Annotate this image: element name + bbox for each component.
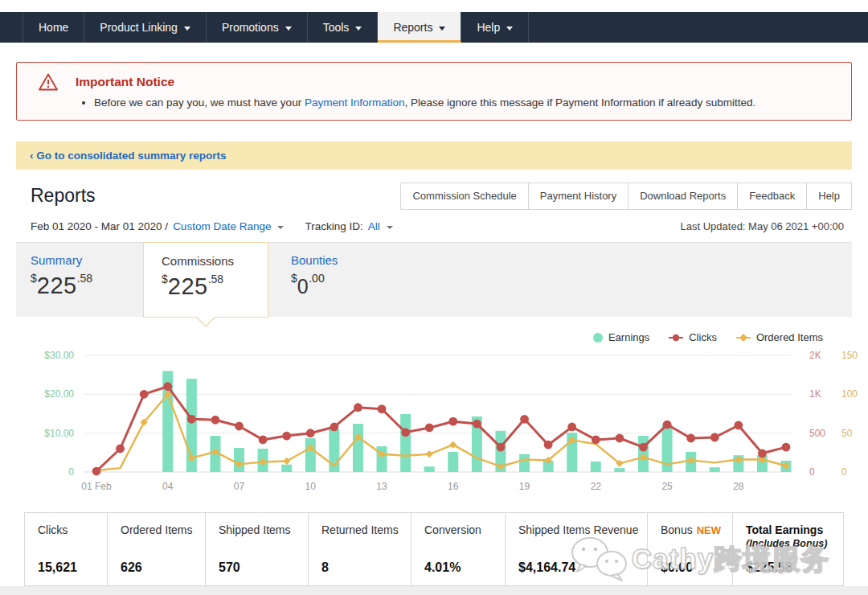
stat-label: Shipped Items xyxy=(219,523,303,536)
main-navbar: Home Product Linking Promotions Tools Re… xyxy=(0,12,868,43)
tab-commission-schedule[interactable]: Commission Schedule xyxy=(400,183,528,210)
tab-download-reports[interactable]: Download Reports xyxy=(628,183,738,210)
card-summary-value: $225.58 xyxy=(31,272,143,299)
svg-text:50: 50 xyxy=(841,428,853,439)
caret-down-icon xyxy=(355,27,362,31)
earnings-clicks-chart[interactable]: $30.002K150$20.001K100$10.005005000001 F… xyxy=(16,343,868,501)
svg-text:10: 10 xyxy=(305,481,317,492)
dollars: 0 xyxy=(297,275,309,298)
nav-item-label: Product Linking xyxy=(100,21,178,34)
nav-item-label: Reports xyxy=(393,21,432,34)
card-summary[interactable]: Summary $225.58 xyxy=(16,243,143,317)
consolidated-summary-bar: ‹ Go to consolidated summary reports xyxy=(16,142,852,170)
svg-text:13: 13 xyxy=(376,481,387,492)
bonus-label: Bonus xyxy=(661,523,693,536)
filter-row: Feb 01 2020 - Mar 01 2020 / Custom Date … xyxy=(16,210,852,242)
tracking-id-label: Tracking ID: xyxy=(305,220,362,232)
nav-item-label: Tools xyxy=(323,21,350,34)
legend-label: Clicks xyxy=(689,331,717,343)
svg-text:07: 07 xyxy=(234,481,245,492)
svg-text:0: 0 xyxy=(841,466,847,478)
ordered-items-marker-icon xyxy=(736,333,751,343)
tab-feedback[interactable]: Feedback xyxy=(738,183,807,210)
nav-item-product-linking[interactable]: Product Linking xyxy=(84,12,207,43)
new-badge: NEW xyxy=(697,524,721,536)
reports-panel: Reports Commission Schedule Payment Hist… xyxy=(16,183,852,504)
nav-item-promotions[interactable]: Promotions xyxy=(207,12,308,43)
stat-label: Returned Items xyxy=(321,523,406,536)
nav-item-label: Home xyxy=(39,21,68,34)
currency-sign: $ xyxy=(31,272,37,285)
nav-item-tools[interactable]: Tools xyxy=(308,12,379,43)
notice-bullet: Before we can pay you, we must have your… xyxy=(94,96,835,109)
nav-item-home[interactable]: Home xyxy=(23,12,84,43)
date-range-text: Feb 01 2020 - Mar 01 2020 / xyxy=(31,220,168,232)
card-commissions-label: Commissions xyxy=(162,254,268,268)
stat-returned-items: Returned Items 8 xyxy=(309,513,411,585)
svg-text:$10.00: $10.00 xyxy=(44,428,74,439)
notice-bullet-list: Before we can pay you, we must have your… xyxy=(83,96,835,109)
nav-item-label: Help xyxy=(477,21,500,34)
caret-down-icon xyxy=(285,27,292,31)
svg-text:1K: 1K xyxy=(809,388,821,400)
svg-text:16: 16 xyxy=(448,481,459,492)
caret-down-icon xyxy=(506,27,513,31)
svg-text:0: 0 xyxy=(809,466,815,478)
cents: .58 xyxy=(208,273,223,285)
earnings-cards-strip: Summary $225.58 Commissions $225.58 Boun… xyxy=(16,242,852,317)
important-notice-banner: Important Notice Before we can pay you, … xyxy=(16,62,852,121)
legend-earnings[interactable]: Earnings xyxy=(593,331,649,343)
card-commissions-active[interactable]: Commissions $225.58 xyxy=(143,242,268,318)
report-tabs: Commission Schedule Payment History Down… xyxy=(400,183,852,210)
cents: .00 xyxy=(309,272,324,285)
cents: .58 xyxy=(77,272,92,285)
nav-item-reports[interactable]: Reports xyxy=(378,12,461,43)
notice-text-post: , Please ignore this message if Payment … xyxy=(404,96,755,109)
stat-value: $225.58 xyxy=(746,560,838,575)
stat-label: Shipped Items Revenue xyxy=(518,523,642,536)
card-bounties-label[interactable]: Bounties xyxy=(291,253,395,267)
legend-ordered-items[interactable]: Ordered Items xyxy=(736,331,823,343)
stat-value: 570 xyxy=(219,560,303,575)
stat-shipped-items-revenue: Shipped Items Revenue $4,164.74 xyxy=(506,513,648,585)
stat-value: $0.00 xyxy=(661,560,727,575)
stat-label: Conversion xyxy=(424,523,500,536)
stat-value: 626 xyxy=(121,560,200,575)
svg-text:2K: 2K xyxy=(809,350,821,361)
dollars: 225 xyxy=(37,273,77,298)
legend-label: Ordered Items xyxy=(756,331,823,343)
chevron-down-icon[interactable] xyxy=(387,226,393,229)
payment-information-link[interactable]: Payment Information xyxy=(305,96,405,109)
nav-item-help[interactable]: Help xyxy=(461,12,529,43)
stat-value: 8 xyxy=(321,560,406,575)
svg-text:500: 500 xyxy=(809,428,825,439)
legend-clicks[interactable]: Clicks xyxy=(669,331,717,343)
chart-legend: Earnings Clicks Ordered Items xyxy=(16,322,852,343)
stat-value: 15,621 xyxy=(38,560,102,575)
clicks-marker-icon xyxy=(669,334,683,342)
caret-down-icon xyxy=(439,27,445,31)
card-bounties[interactable]: Bounties $0.00 xyxy=(268,243,395,317)
notice-text-pre: Before we can pay you, we must have your xyxy=(94,96,305,109)
svg-text:01 Feb: 01 Feb xyxy=(81,481,112,492)
chevron-down-icon[interactable] xyxy=(277,226,284,229)
page-title: Reports xyxy=(31,185,96,210)
chart-section: Earnings Clicks Ordered Items $30.002K15… xyxy=(16,317,852,504)
custom-date-range-dropdown[interactable]: Custom Date Range xyxy=(173,220,271,232)
svg-text:$20.00: $20.00 xyxy=(44,388,74,400)
stat-clicks: Clicks 15,621 xyxy=(25,513,108,585)
stat-value: 4.01% xyxy=(424,560,500,575)
svg-text:19: 19 xyxy=(519,481,530,492)
stat-value: $4,164.74 xyxy=(518,560,642,575)
last-updated-text: Last Updated: May 06 2021 +00:00 xyxy=(681,220,844,232)
svg-text:$30.00: $30.00 xyxy=(44,350,74,361)
card-summary-label[interactable]: Summary xyxy=(31,253,143,267)
card-commissions-value: $225.58 xyxy=(162,273,268,300)
currency-sign: $ xyxy=(162,273,168,285)
earnings-dot-icon xyxy=(593,333,603,343)
stat-label: Clicks xyxy=(38,523,102,536)
consolidated-summary-link[interactable]: ‹ Go to consolidated summary reports xyxy=(30,150,227,162)
tab-help[interactable]: Help xyxy=(807,183,852,210)
tracking-id-dropdown[interactable]: All xyxy=(368,220,380,232)
tab-payment-history[interactable]: Payment History xyxy=(529,183,628,210)
